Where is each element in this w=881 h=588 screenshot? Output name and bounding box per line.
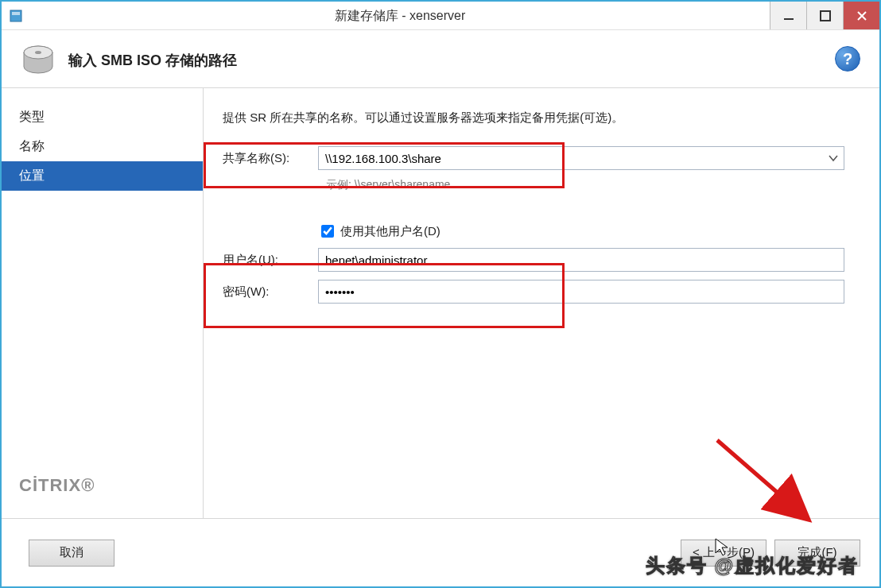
sidebar-item-type[interactable]: 类型: [2, 103, 203, 132]
svg-rect-1: [12, 12, 20, 15]
app-icon: [2, 2, 30, 29]
wizard-heading: 输入 SMB ISO 存储的路径: [68, 51, 237, 70]
storage-icon: [21, 44, 56, 76]
wizard-sidebar: 类型 名称 位置 CİTRIX®: [2, 88, 204, 518]
password-input[interactable]: [318, 280, 844, 304]
titlebar: 新建存储库 - xenserver: [2, 2, 879, 30]
share-name-example: 示例: \\server\sharename: [326, 178, 844, 192]
svg-point-6: [35, 51, 41, 54]
help-button[interactable]: ?: [835, 46, 860, 72]
share-name-combo[interactable]: [318, 146, 844, 170]
help-icon: ?: [843, 50, 852, 68]
wizard-header: 输入 SMB ISO 存储的路径 ?: [2, 30, 879, 88]
sidebar-item-name[interactable]: 名称: [2, 132, 203, 161]
sidebar-item-label: 位置: [19, 168, 45, 182]
password-label: 密码(W):: [223, 284, 318, 300]
username-row: 用户名(U):: [223, 248, 844, 272]
previous-button-label: < 上一步(P): [693, 545, 755, 560]
window-controls: [770, 2, 879, 29]
close-button[interactable]: [843, 2, 879, 29]
brand-text: CİTRIX: [19, 475, 81, 495]
citrix-brand: CİTRIX®: [2, 475, 203, 518]
chevron-down-icon[interactable]: [823, 147, 844, 169]
use-other-username-row: 使用其他用户名(D): [318, 222, 844, 240]
svg-rect-2: [784, 18, 794, 20]
username-input[interactable]: [318, 248, 844, 272]
cancel-button[interactable]: 取消: [29, 540, 114, 567]
use-other-username-checkbox[interactable]: [321, 225, 334, 238]
cancel-button-label: 取消: [60, 545, 83, 560]
svg-line-7: [717, 440, 803, 515]
previous-button[interactable]: < 上一步(P): [681, 540, 767, 567]
sidebar-item-label: 类型: [19, 110, 45, 123]
minimize-button[interactable]: [770, 2, 806, 29]
use-other-username-label: 使用其他用户名(D): [340, 224, 440, 239]
maximize-button[interactable]: [806, 2, 843, 29]
wizard-content: 提供 SR 所在共享的名称。可以通过设置服务器选项来指定备用凭据(可选)。 共享…: [204, 88, 879, 518]
wizard-footer: 取消 < 上一步(P) 完成(F): [2, 518, 879, 586]
content-description: 提供 SR 所在共享的名称。可以通过设置服务器选项来指定备用凭据(可选)。: [223, 109, 844, 126]
username-label: 用户名(U):: [223, 253, 318, 268]
finish-button-label: 完成(F): [798, 545, 836, 560]
arrow-annotation: [709, 432, 821, 528]
window-title: 新建存储库 - xenserver: [30, 2, 770, 29]
share-name-row: 共享名称(S):: [223, 146, 844, 170]
password-row: 密码(W):: [223, 280, 844, 304]
share-name-input[interactable]: [319, 147, 823, 169]
sidebar-item-location[interactable]: 位置: [2, 161, 203, 191]
svg-rect-3: [821, 11, 830, 21]
wizard-body: 类型 名称 位置 CİTRIX® 提供 SR 所在共享的名称。可以通过设置服务器…: [2, 88, 879, 518]
share-name-label: 共享名称(S):: [223, 151, 318, 166]
finish-button[interactable]: 完成(F): [774, 540, 860, 567]
wizard-window: 新建存储库 - xenserver 输入 SMB ISO 存储的路径 ?: [0, 0, 881, 588]
sidebar-item-label: 名称: [19, 139, 45, 153]
